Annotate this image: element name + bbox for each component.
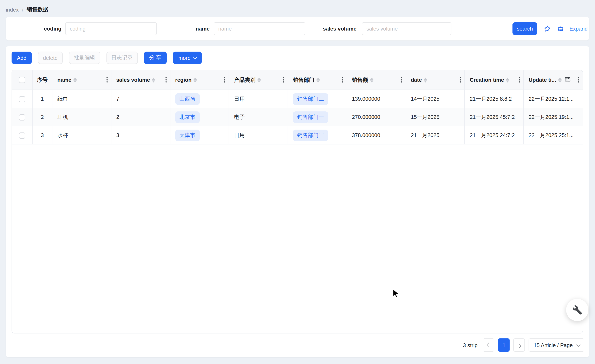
page: index / 销售数据 coding name sales volume se… xyxy=(0,0,595,364)
sort-icon[interactable] xyxy=(258,77,261,82)
expand-toggle[interactable]: Expand xyxy=(569,17,589,40)
wrench-icon xyxy=(573,305,582,314)
page-size-select[interactable]: 15 Article / Page xyxy=(529,338,584,352)
cell-sales-amount: 378.000000 xyxy=(347,126,406,144)
column-menu-icon[interactable] xyxy=(106,79,108,80)
department-tag: 销售部门二 xyxy=(293,93,328,105)
region-tag: 山西省 xyxy=(175,93,199,105)
cell-date: 15一月2025 xyxy=(406,108,465,126)
cell-date: 21一月2025 xyxy=(406,126,465,144)
page-title: 销售数据 xyxy=(27,6,48,13)
column-menu-icon[interactable] xyxy=(578,79,579,80)
column-menu-icon[interactable] xyxy=(342,79,343,80)
data-table-panel: 序号 name sales volume region 产品类别 销售部门 销售… xyxy=(12,70,583,334)
cell-creation-time: 21一月2025 24:7:2 xyxy=(465,126,524,144)
more-button[interactable]: more xyxy=(173,52,202,64)
sort-icon[interactable] xyxy=(424,77,427,82)
chevron-down-icon xyxy=(576,342,581,346)
col-header-department[interactable]: 销售部门 xyxy=(293,76,314,84)
sort-icon[interactable] xyxy=(73,77,77,82)
col-header-region[interactable]: region xyxy=(175,77,191,83)
cell-index: 3 xyxy=(33,126,52,144)
name-label: name xyxy=(168,17,210,40)
col-header-category[interactable]: 产品类别 xyxy=(234,76,256,84)
column-settings-icon[interactable] xyxy=(564,76,570,84)
more-chevron-icon xyxy=(193,55,197,59)
star-icon[interactable] xyxy=(544,25,551,32)
cell-name: 纸巾 xyxy=(52,90,111,108)
breadcrumb-separator: / xyxy=(22,6,23,13)
table-row[interactable]: 3 水杯 3 天津市 日用 销售部门三 378.000000 21一月2025 … xyxy=(12,126,583,144)
column-menu-icon[interactable] xyxy=(401,79,402,80)
cell-sales-volume: 7 xyxy=(111,90,170,108)
page-number-button[interactable]: 1 xyxy=(498,338,510,352)
column-menu-icon[interactable] xyxy=(165,79,166,80)
expand-label: Expand xyxy=(569,26,588,32)
pagination: 3 strip 1 15 Article / Page xyxy=(463,338,584,352)
add-button[interactable]: Add xyxy=(12,52,32,64)
log-record-button[interactable]: 日志记录 xyxy=(106,52,138,64)
cell-sales-volume: 3 xyxy=(111,126,170,144)
batch-edit-button[interactable]: 批量编辑 xyxy=(69,52,100,64)
delete-button[interactable]: delete xyxy=(38,52,63,64)
region-tag: 北京市 xyxy=(175,111,199,123)
sales-volume-input[interactable] xyxy=(362,22,451,35)
table-row[interactable]: 1 纸巾 7 山西省 日用 销售部门二 139.000000 14一月2025 … xyxy=(12,90,583,108)
col-header-date[interactable]: date xyxy=(411,77,422,83)
col-header-sales-amount[interactable]: 销售额 xyxy=(352,76,368,84)
sales-volume-label: sales volume xyxy=(307,17,356,40)
filter-card: coding name sales volume search Expand xyxy=(6,17,589,40)
sort-icon[interactable] xyxy=(370,77,373,82)
data-table: 序号 name sales volume region 产品类别 销售部门 销售… xyxy=(12,70,583,144)
prev-page-button[interactable] xyxy=(483,338,495,352)
sort-icon[interactable] xyxy=(506,77,509,82)
row-checkbox[interactable] xyxy=(19,96,25,102)
cell-sales-amount: 270.000000 xyxy=(347,108,406,126)
department-tag: 销售部门三 xyxy=(293,129,328,141)
cell-creation-time: 21一月2025 45:7:2 xyxy=(465,108,524,126)
next-page-button[interactable] xyxy=(514,338,525,352)
sort-icon[interactable] xyxy=(194,77,197,82)
row-checkbox[interactable] xyxy=(19,132,25,138)
theme-settings-fab[interactable] xyxy=(566,299,588,321)
row-checkbox[interactable] xyxy=(19,114,25,120)
column-menu-icon[interactable] xyxy=(283,79,284,80)
cell-category: 日用 xyxy=(229,90,288,108)
col-header-creation-time[interactable]: Creation time xyxy=(470,77,504,83)
department-tag: 销售部门一 xyxy=(293,111,328,123)
cell-date: 14一月2025 xyxy=(406,90,465,108)
more-label: more xyxy=(178,55,191,61)
cell-category: 电子 xyxy=(229,108,288,126)
brush-icon[interactable] xyxy=(557,25,564,32)
cell-sales-amount: 139.000000 xyxy=(347,90,406,108)
name-input[interactable] xyxy=(214,22,305,35)
select-all-checkbox[interactable] xyxy=(19,77,25,83)
cell-update-time: 22一月2025 12:1... xyxy=(524,90,583,108)
page-size-value: 15 Article / Page xyxy=(534,342,573,348)
column-menu-icon[interactable] xyxy=(460,79,461,80)
cell-update-time: 22一月2025 25:1... xyxy=(524,126,583,144)
sort-icon[interactable] xyxy=(317,77,320,82)
cell-update-time: 22一月2025 19:1... xyxy=(524,108,583,126)
col-header-name[interactable]: name xyxy=(57,77,71,83)
sort-icon[interactable] xyxy=(558,77,561,82)
pagination-total: 3 strip xyxy=(463,342,478,348)
cell-sales-volume: 2 xyxy=(111,108,170,126)
coding-label: coding xyxy=(14,17,62,40)
column-menu-icon[interactable] xyxy=(519,79,520,80)
search-button[interactable]: search xyxy=(512,22,537,35)
cell-creation-time: 21一月2025 8:8:2 xyxy=(465,90,524,108)
share-button[interactable]: 分 享 xyxy=(144,52,167,64)
col-header-update-time[interactable]: Update ti... xyxy=(529,77,556,83)
region-tag: 天津市 xyxy=(175,129,199,141)
table-row[interactable]: 2 耳机 2 北京市 电子 销售部门一 270.000000 15一月2025 … xyxy=(12,108,583,126)
breadcrumb-index[interactable]: index xyxy=(6,6,19,13)
col-header-sales-volume[interactable]: sales volume xyxy=(116,77,150,83)
sort-icon[interactable] xyxy=(152,77,155,82)
cell-name: 水杯 xyxy=(52,126,111,144)
table-card: Add delete 批量编辑 日志记录 分 享 more 序号 name sa… xyxy=(6,46,589,357)
chevron-left-icon xyxy=(487,342,491,346)
coding-input[interactable] xyxy=(65,22,157,35)
column-menu-icon[interactable] xyxy=(224,79,226,80)
header-row: 序号 name sales volume region 产品类别 销售部门 销售… xyxy=(12,70,583,90)
